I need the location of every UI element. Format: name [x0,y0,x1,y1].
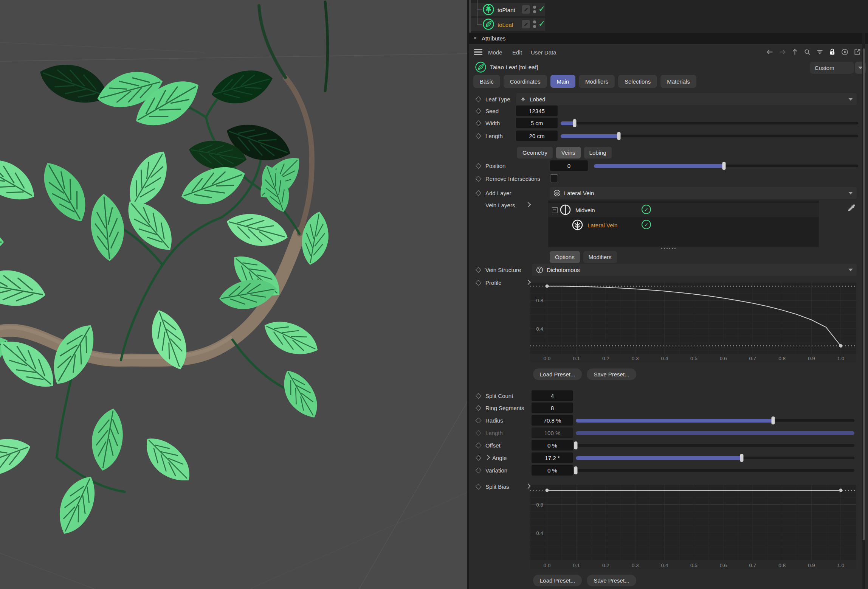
param-diamond-icon[interactable] [476,455,482,461]
object-label[interactable]: toLeaf [498,21,513,28]
hamburger-menu-icon[interactable] [474,49,482,55]
object-item-toleaf[interactable]: toLeaf ✓ [469,18,620,31]
close-icon[interactable]: × [473,35,477,42]
load-preset-button[interactable]: Load Preset... [533,368,582,380]
svg-text:0.6: 0.6 [720,563,727,568]
object-item-toplant[interactable]: toPlant ✓ [469,3,620,16]
search-icon[interactable] [803,48,811,56]
lock-icon[interactable] [828,48,836,56]
enabled-check-circle-icon[interactable]: ✓ [642,205,651,214]
menu-mode[interactable]: Mode [488,49,502,55]
expander-chevron-icon[interactable] [525,280,531,285]
param-diamond-icon[interactable] [476,120,482,126]
param-diamond-icon[interactable] [476,190,482,196]
remove-intersections-checkbox[interactable] [550,174,558,182]
width-slider[interactable] [561,122,858,124]
tab-modifiers[interactable]: Modifiers [579,75,615,88]
vein-layer-midvein[interactable]: Midvein ✓ [548,203,819,217]
param-diamond-icon[interactable] [476,484,482,490]
tab-basic[interactable]: Basic [473,75,500,88]
param-diamond-icon[interactable] [476,468,482,474]
split-bias-label: Split Bias [485,483,509,490]
scrollbar-thumb[interactable] [863,48,865,540]
split-bias-graph[interactable]: 0.80.40.00.10.20.30.40.50.60.70.80.91.0 [530,485,856,569]
param-diamond-icon[interactable] [476,405,482,411]
forward-arrow-icon[interactable] [778,48,786,56]
visibility-dots-icon[interactable] [533,20,536,30]
attributes-panel-title[interactable]: Attributes [482,35,505,42]
angle-slider[interactable] [576,457,854,459]
tab-main[interactable]: Main [550,75,576,88]
param-diamond-icon[interactable] [476,393,482,399]
subtab-modifiers[interactable]: Modifiers [583,251,617,263]
position-input[interactable]: 0 [550,160,588,171]
param-diamond-icon[interactable] [476,443,482,449]
param-diamond-icon[interactable] [476,163,482,169]
menu-edit[interactable]: Edit [512,49,522,55]
length-slider[interactable] [561,135,858,137]
tab-materials[interactable]: Materials [660,75,696,88]
subtab-veins[interactable]: Veins [556,147,581,159]
profile-curve-graph[interactable]: 0.80.40.00.10.20.30.40.50.60.70.80.91.0 [530,283,856,362]
angle-input[interactable]: 17.2 ° [532,452,573,463]
save-preset-button[interactable]: Save Preset... [587,575,636,586]
add-layer-dropdown[interactable]: Lateral Vein [550,187,857,199]
variation-input[interactable]: 0 % [532,465,573,476]
pop-out-icon[interactable] [853,48,861,56]
up-arrow-icon[interactable] [790,48,799,56]
enabled-check-circle-icon[interactable]: ✓ [642,220,651,229]
viewport-3d[interactable] [0,0,469,589]
preset-dropdown[interactable]: Custom [810,62,854,74]
leaf-type-label: Leaf Type [485,96,510,103]
width-input[interactable]: 5 cm [516,118,558,128]
back-arrow-icon[interactable] [766,48,774,56]
menu-user-data[interactable]: User Data [531,49,556,55]
enabled-check-icon[interactable]: ✓ [538,19,545,29]
save-preset-button[interactable]: Save Preset... [587,368,636,380]
tab-coordinates[interactable]: Coordinates [504,75,547,88]
collapse-minus-icon[interactable] [552,207,558,213]
param-diamond-icon[interactable] [476,133,482,139]
param-diamond-icon[interactable] [476,418,482,424]
position-slider[interactable] [594,165,858,167]
ring-segments-input[interactable]: 8 [532,403,573,413]
edit-badge-icon[interactable] [522,5,530,14]
vein-layer-lateral[interactable]: Lateral Vein ✓ [548,218,819,232]
vein-layer-label[interactable]: Midvein [575,207,595,213]
subtab-options[interactable]: Options [550,251,580,263]
edit-badge-icon[interactable] [522,20,530,28]
radius-input[interactable]: 70.8 % [532,415,573,426]
subtab-geometry[interactable]: Geometry [517,147,553,159]
vein-structure-dropdown[interactable]: Dichotomous [532,264,857,276]
param-diamond-icon[interactable] [476,108,482,114]
leaf-type-dropdown[interactable]: Lobed [516,93,857,105]
param-diamond-icon[interactable] [476,267,482,273]
seed-input[interactable]: 12345 [516,106,558,116]
param-row-leaf-type: Leaf Type Lobed [469,94,868,104]
expander-chevron-icon[interactable] [485,455,490,460]
expander-chevron-icon[interactable] [525,483,531,489]
radius-slider[interactable] [576,419,854,422]
expander-chevron-icon[interactable] [525,202,531,207]
split-count-input[interactable]: 4 [532,390,573,401]
param-diamond-icon[interactable] [476,96,482,103]
resize-handle-dots[interactable] [469,248,868,249]
eyedropper-icon[interactable] [847,204,856,213]
param-diamond-icon[interactable] [476,176,482,182]
record-target-icon[interactable] [840,48,849,56]
tab-selections[interactable]: Selections [618,75,657,88]
visibility-dots-icon[interactable] [533,6,536,15]
load-preset-button[interactable]: Load Preset... [533,575,582,586]
filter-icon[interactable] [815,48,824,56]
panel-scrollbar[interactable] [862,33,865,589]
offset-slider[interactable] [576,444,854,447]
length-input[interactable]: 20 cm [516,131,558,141]
object-label[interactable]: toPlant [498,6,515,13]
param-diamond-icon[interactable] [476,280,482,286]
offset-input[interactable]: 0 % [532,440,573,451]
subtab-lobing[interactable]: Lobing [584,147,612,159]
svg-text:0.3: 0.3 [632,563,639,568]
enabled-check-icon[interactable]: ✓ [538,4,545,14]
vein-layer-label[interactable]: Lateral Vein [587,222,617,228]
variation-slider[interactable] [576,469,854,472]
